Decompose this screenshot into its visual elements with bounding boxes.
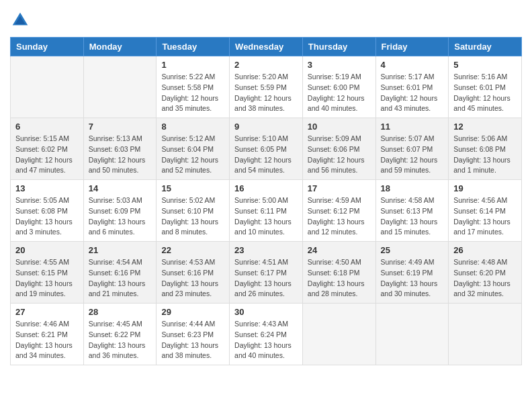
weekday-header-row: SundayMondayTuesdayWednesdayThursdayFrid… [11, 38, 522, 56]
weekday-header-saturday: Saturday [449, 38, 522, 56]
weekday-header-wednesday: Wednesday [230, 38, 303, 56]
day-number: 29 [161, 307, 224, 317]
calendar: SundayMondayTuesdayWednesdayThursdayFrid… [10, 37, 522, 365]
day-cell: 25Sunrise: 4:49 AM Sunset: 6:19 PM Dayli… [375, 242, 449, 304]
day-info: Sunrise: 4:53 AM Sunset: 6:16 PM Dayligh… [161, 257, 224, 300]
day-cell: 13Sunrise: 5:05 AM Sunset: 6:08 PM Dayli… [11, 180, 84, 242]
day-number: 23 [234, 245, 298, 255]
day-number: 15 [161, 183, 224, 193]
day-info: Sunrise: 5:13 AM Sunset: 6:03 PM Dayligh… [89, 134, 152, 176]
day-number: 27 [15, 307, 79, 317]
day-cell: 2Sunrise: 5:20 AM Sunset: 5:59 PM Daylig… [230, 56, 303, 118]
day-info: Sunrise: 4:50 AM Sunset: 6:18 PM Dayligh… [308, 257, 371, 300]
day-cell: 19Sunrise: 4:56 AM Sunset: 6:14 PM Dayli… [449, 180, 522, 242]
page-header [10, 10, 522, 30]
day-number: 22 [161, 245, 224, 255]
day-info: Sunrise: 5:12 AM Sunset: 6:04 PM Dayligh… [161, 134, 224, 176]
day-cell: 3Sunrise: 5:19 AM Sunset: 6:00 PM Daylig… [302, 56, 375, 118]
week-row-2: 6Sunrise: 5:15 AM Sunset: 6:02 PM Daylig… [11, 118, 522, 180]
day-number: 12 [453, 122, 517, 132]
day-number: 9 [234, 122, 298, 132]
day-info: Sunrise: 5:15 AM Sunset: 6:02 PM Dayligh… [15, 134, 79, 176]
day-number: 25 [381, 245, 444, 255]
day-number: 6 [15, 122, 79, 132]
day-info: Sunrise: 5:03 AM Sunset: 6:09 PM Dayligh… [89, 195, 152, 238]
day-cell: 28Sunrise: 4:45 AM Sunset: 6:22 PM Dayli… [83, 304, 157, 365]
day-info: Sunrise: 5:16 AM Sunset: 6:01 PM Dayligh… [453, 72, 517, 114]
day-cell: 29Sunrise: 4:44 AM Sunset: 6:23 PM Dayli… [157, 304, 230, 365]
day-number: 8 [161, 122, 224, 132]
day-info: Sunrise: 5:22 AM Sunset: 5:58 PM Dayligh… [161, 72, 224, 114]
day-info: Sunrise: 4:46 AM Sunset: 6:21 PM Dayligh… [15, 319, 79, 361]
day-cell: 26Sunrise: 4:48 AM Sunset: 6:20 PM Dayli… [449, 242, 522, 304]
day-info: Sunrise: 4:49 AM Sunset: 6:19 PM Dayligh… [381, 257, 444, 300]
day-number: 16 [234, 183, 298, 193]
week-row-4: 20Sunrise: 4:55 AM Sunset: 6:15 PM Dayli… [11, 242, 522, 304]
day-info: Sunrise: 4:54 AM Sunset: 6:16 PM Dayligh… [89, 257, 152, 300]
logo [10, 10, 33, 30]
day-info: Sunrise: 4:48 AM Sunset: 6:20 PM Dayligh… [453, 257, 517, 300]
day-number: 26 [453, 245, 517, 255]
day-cell: 20Sunrise: 4:55 AM Sunset: 6:15 PM Dayli… [11, 242, 84, 304]
weekday-header-friday: Friday [375, 38, 449, 56]
day-info: Sunrise: 4:55 AM Sunset: 6:15 PM Dayligh… [15, 257, 79, 300]
logo-icon [10, 10, 30, 30]
day-cell: 9Sunrise: 5:10 AM Sunset: 6:05 PM Daylig… [230, 118, 303, 180]
day-number: 20 [15, 245, 79, 255]
day-number: 10 [308, 122, 371, 132]
day-number: 30 [234, 307, 298, 317]
day-info: Sunrise: 4:45 AM Sunset: 6:22 PM Dayligh… [89, 319, 152, 361]
week-row-1: 1Sunrise: 5:22 AM Sunset: 5:58 PM Daylig… [11, 56, 522, 118]
day-number: 13 [15, 183, 79, 193]
day-cell: 11Sunrise: 5:07 AM Sunset: 6:07 PM Dayli… [375, 118, 449, 180]
day-number: 28 [89, 307, 152, 317]
day-number: 11 [381, 122, 444, 132]
day-cell: 5Sunrise: 5:16 AM Sunset: 6:01 PM Daylig… [449, 56, 522, 118]
day-cell: 1Sunrise: 5:22 AM Sunset: 5:58 PM Daylig… [157, 56, 230, 118]
day-cell [83, 56, 157, 118]
day-info: Sunrise: 5:06 AM Sunset: 6:08 PM Dayligh… [453, 134, 517, 176]
day-number: 3 [308, 60, 371, 70]
day-cell: 7Sunrise: 5:13 AM Sunset: 6:03 PM Daylig… [83, 118, 157, 180]
weekday-header-sunday: Sunday [11, 38, 84, 56]
day-info: Sunrise: 5:07 AM Sunset: 6:07 PM Dayligh… [381, 134, 444, 176]
day-info: Sunrise: 5:05 AM Sunset: 6:08 PM Dayligh… [15, 195, 79, 238]
day-number: 14 [89, 183, 152, 193]
weekday-header-thursday: Thursday [302, 38, 375, 56]
day-number: 2 [234, 60, 298, 70]
day-info: Sunrise: 5:09 AM Sunset: 6:06 PM Dayligh… [308, 134, 371, 176]
day-cell [375, 304, 449, 365]
day-number: 19 [453, 183, 517, 193]
day-number: 1 [161, 60, 224, 70]
day-cell: 16Sunrise: 5:00 AM Sunset: 6:11 PM Dayli… [230, 180, 303, 242]
day-cell: 15Sunrise: 5:02 AM Sunset: 6:10 PM Dayli… [157, 180, 230, 242]
day-cell: 18Sunrise: 4:58 AM Sunset: 6:13 PM Dayli… [375, 180, 449, 242]
day-info: Sunrise: 4:59 AM Sunset: 6:12 PM Dayligh… [308, 195, 371, 238]
day-info: Sunrise: 5:00 AM Sunset: 6:11 PM Dayligh… [234, 195, 298, 238]
day-number: 4 [381, 60, 444, 70]
day-cell: 27Sunrise: 4:46 AM Sunset: 6:21 PM Dayli… [11, 304, 84, 365]
day-info: Sunrise: 5:02 AM Sunset: 6:10 PM Dayligh… [161, 195, 224, 238]
day-info: Sunrise: 4:44 AM Sunset: 6:23 PM Dayligh… [161, 319, 224, 361]
weekday-header-monday: Monday [83, 38, 157, 56]
day-info: Sunrise: 4:43 AM Sunset: 6:24 PM Dayligh… [234, 319, 298, 361]
weekday-header-tuesday: Tuesday [157, 38, 230, 56]
day-number: 5 [453, 60, 517, 70]
day-cell: 12Sunrise: 5:06 AM Sunset: 6:08 PM Dayli… [449, 118, 522, 180]
day-cell: 4Sunrise: 5:17 AM Sunset: 6:01 PM Daylig… [375, 56, 449, 118]
day-cell: 10Sunrise: 5:09 AM Sunset: 6:06 PM Dayli… [302, 118, 375, 180]
day-info: Sunrise: 5:17 AM Sunset: 6:01 PM Dayligh… [381, 72, 444, 114]
week-row-5: 27Sunrise: 4:46 AM Sunset: 6:21 PM Dayli… [11, 304, 522, 365]
week-row-3: 13Sunrise: 5:05 AM Sunset: 6:08 PM Dayli… [11, 180, 522, 242]
day-number: 17 [308, 183, 371, 193]
day-cell [449, 304, 522, 365]
day-info: Sunrise: 5:20 AM Sunset: 5:59 PM Dayligh… [234, 72, 298, 114]
day-number: 21 [89, 245, 152, 255]
day-cell: 14Sunrise: 5:03 AM Sunset: 6:09 PM Dayli… [83, 180, 157, 242]
day-info: Sunrise: 4:51 AM Sunset: 6:17 PM Dayligh… [234, 257, 298, 300]
day-cell: 6Sunrise: 5:15 AM Sunset: 6:02 PM Daylig… [11, 118, 84, 180]
day-number: 24 [308, 245, 371, 255]
day-number: 7 [89, 122, 152, 132]
day-info: Sunrise: 4:56 AM Sunset: 6:14 PM Dayligh… [453, 195, 517, 238]
day-cell: 8Sunrise: 5:12 AM Sunset: 6:04 PM Daylig… [157, 118, 230, 180]
